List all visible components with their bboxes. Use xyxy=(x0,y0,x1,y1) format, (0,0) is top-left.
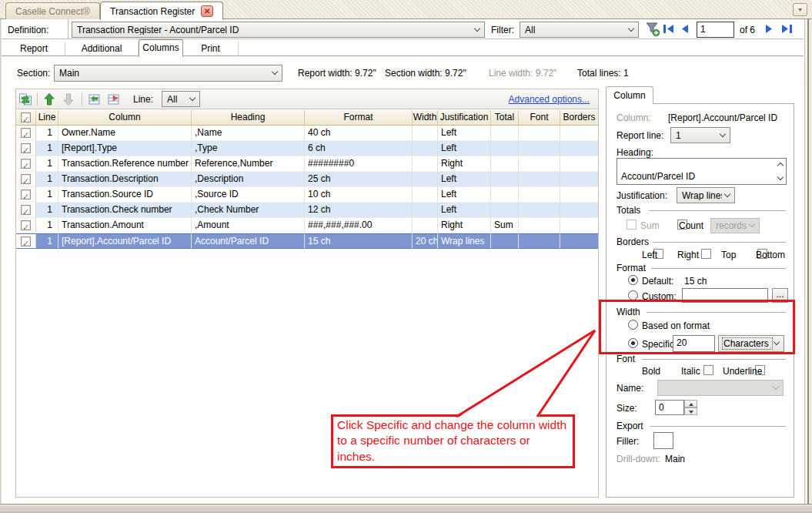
tab-close-icon[interactable] xyxy=(201,5,213,17)
line-filter-combobox[interactable]: All xyxy=(162,91,200,107)
cell-borders xyxy=(560,187,598,203)
header-borders[interactable]: Borders xyxy=(560,110,598,126)
cell-total xyxy=(491,187,519,203)
row-checkbox[interactable] xyxy=(21,189,31,200)
tab-label: Column xyxy=(613,90,645,101)
filler-label: Filler: xyxy=(617,436,639,447)
header-justification[interactable]: Justification xyxy=(438,110,491,126)
columns-table: Line Column Heading Format Width Justifi… xyxy=(16,110,598,249)
table-row[interactable]: 1 Transaction.Reference number Reference… xyxy=(16,156,598,172)
tab-list-button[interactable] xyxy=(793,3,807,16)
table-row[interactable]: 1 Transaction.Source ID ,Source ID 10 ch… xyxy=(16,187,598,203)
header-total[interactable]: Total xyxy=(491,110,519,126)
cell-font xyxy=(519,172,560,187)
tab-column-properties[interactable]: Column xyxy=(606,86,653,104)
width-unit-combobox[interactable]: Characters xyxy=(718,335,784,352)
nav-last-icon[interactable] xyxy=(781,24,793,34)
tab-transaction-register[interactable]: Transaction Register xyxy=(100,2,223,20)
tab-report-options[interactable]: Report Options xyxy=(3,42,65,56)
nav-first-icon[interactable] xyxy=(663,24,674,34)
format-custom-input[interactable] xyxy=(682,288,768,303)
cell-font xyxy=(519,233,560,249)
select-all-checkbox[interactable] xyxy=(21,112,31,122)
scroll-up-icon[interactable] xyxy=(777,163,784,169)
swap-lines-icon[interactable] xyxy=(18,92,32,106)
row-checkbox[interactable] xyxy=(21,220,31,230)
heading-textarea[interactable]: Account/Parcel ID xyxy=(617,158,787,185)
table-row-selected[interactable]: 1 [Report].Account/Parcel ID Account/Par… xyxy=(16,233,598,249)
cell-heading: ,Amount xyxy=(192,218,305,233)
spinner-down-icon[interactable] xyxy=(684,407,697,415)
table-row[interactable]: 1 Owner.Name ,Name 40 ch Left xyxy=(16,126,598,141)
border-right-checkbox[interactable] xyxy=(701,249,711,259)
filter-add-icon[interactable] xyxy=(645,22,660,37)
row-checkbox[interactable] xyxy=(21,128,31,138)
advanced-options-link[interactable]: Advanced options... xyxy=(509,94,590,105)
format-default-radio[interactable] xyxy=(628,275,638,285)
toolbar-separator xyxy=(37,93,38,106)
cell-heading: ,Description xyxy=(192,172,305,187)
nav-previous-icon[interactable] xyxy=(680,24,690,34)
cell-total xyxy=(491,172,519,187)
format-custom-radio[interactable] xyxy=(628,290,638,300)
chevron-down-icon xyxy=(773,383,779,389)
page-number-input[interactable]: 1 xyxy=(697,22,734,38)
row-checkbox[interactable] xyxy=(21,236,31,246)
heading-label: Heading: xyxy=(617,147,653,158)
tab-caselle-connect[interactable]: Caselle Connect® xyxy=(5,2,100,20)
format-custom-label: Custom: xyxy=(642,291,677,302)
cell-format: 10 ch xyxy=(305,187,413,203)
header-heading[interactable]: Heading xyxy=(192,110,305,126)
tab-columns[interactable]: Columns xyxy=(139,39,183,57)
scroll-down-icon[interactable] xyxy=(777,174,784,180)
move-line-up-icon[interactable] xyxy=(42,92,56,106)
filler-input[interactable] xyxy=(653,432,673,449)
tab-print-settings[interactable]: Print Settings xyxy=(183,42,239,56)
format-browse-button[interactable]: ... xyxy=(772,288,788,303)
table-row[interactable]: 1 Transaction.Description ,Description 2… xyxy=(16,172,598,187)
cell-width xyxy=(413,172,438,187)
delete-line-icon[interactable] xyxy=(107,92,121,106)
definition-combobox[interactable]: Transaction Register - Acount/Parcel ID xyxy=(72,22,485,38)
row-checkbox[interactable] xyxy=(21,143,31,153)
bold-checkbox[interactable] xyxy=(703,365,713,375)
application-window: Caselle Connect® Transaction Register De… xyxy=(0,0,812,513)
cell-borders xyxy=(560,156,598,172)
table-row[interactable]: 1 Transaction.Amount ,Amount ###,###,###… xyxy=(16,218,598,233)
width-based-on-format-radio[interactable] xyxy=(628,320,638,330)
section-width-label: Section width: 9.72" xyxy=(385,68,466,79)
justification-combobox[interactable]: Wrap lines xyxy=(677,187,735,203)
tab-label: Caselle Connect® xyxy=(15,6,90,17)
report-line-combobox[interactable]: 1 xyxy=(670,127,730,143)
table-row[interactable]: 1 Transaction.Check number ,Check Number… xyxy=(16,203,598,218)
report-line-label: Report line: xyxy=(617,130,663,141)
header-column[interactable]: Column xyxy=(58,110,192,126)
grid-toolbar: Line: All Advanced options... xyxy=(16,89,598,109)
filter-combobox[interactable]: All xyxy=(520,22,639,38)
section-combobox[interactable]: Main xyxy=(54,65,282,82)
table-row[interactable]: 1 [Report].Type ,Type 6 ch Left xyxy=(16,141,598,156)
width-specific-input[interactable]: 20 xyxy=(673,335,715,352)
section-value: Main xyxy=(59,69,269,78)
cell-column: [Report].Account/Parcel ID xyxy=(58,233,192,249)
move-line-down-icon[interactable] xyxy=(62,92,75,106)
cell-borders xyxy=(560,172,598,187)
nav-next-icon[interactable] xyxy=(764,24,774,34)
font-size-input[interactable]: 0 xyxy=(655,400,684,415)
cell-format: 15 ch xyxy=(305,233,413,249)
cell-column: Transaction.Reference number xyxy=(58,156,192,172)
cell-total xyxy=(491,141,519,156)
row-checkbox[interactable] xyxy=(21,174,31,184)
row-checkbox[interactable] xyxy=(21,159,31,169)
table-header-row: Line Column Heading Format Width Justifi… xyxy=(16,110,598,126)
header-font[interactable]: Font xyxy=(519,110,560,126)
width-specific-radio[interactable] xyxy=(628,338,638,348)
header-format[interactable]: Format xyxy=(305,110,413,126)
tab-additional-options[interactable]: Additional Options xyxy=(65,42,139,56)
insert-line-icon[interactable] xyxy=(87,92,101,106)
header-line[interactable]: Line xyxy=(36,110,58,126)
row-checkbox[interactable] xyxy=(21,205,31,215)
header-width[interactable]: Width xyxy=(413,110,438,126)
spinner-up-icon[interactable] xyxy=(684,400,697,407)
cell-borders xyxy=(560,126,598,141)
